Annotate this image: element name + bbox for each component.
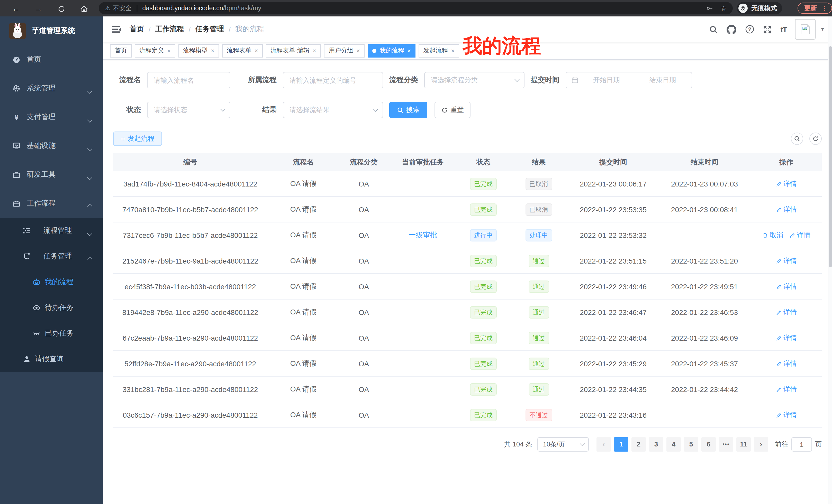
scrollbar-thumb[interactable] — [829, 46, 832, 267]
tab-process-form[interactable]: 流程表单× — [222, 44, 263, 57]
page-button-3[interactable]: 3 — [649, 437, 663, 452]
address-bar[interactable]: ⚠ 不安全 dashboard.yudao.iocoder.cn /bpm/ta… — [99, 2, 733, 15]
pagination: 共 104 条 10条/页 ‹ 1 2 3 4 5 6 ••• 11 › — [113, 437, 822, 452]
close-icon[interactable]: × — [407, 48, 411, 54]
refresh-table-button[interactable] — [809, 133, 822, 145]
breadcrumb-task-management[interactable]: 任务管理 — [196, 25, 224, 34]
next-page-button[interactable]: › — [754, 437, 768, 452]
tab-process-form-edit[interactable]: 流程表单-编辑× — [266, 44, 321, 57]
app-logo-image — [9, 23, 26, 39]
fullscreen-icon[interactable] — [763, 25, 772, 34]
breadcrumb-workflow[interactable]: 工作流程 — [155, 25, 184, 34]
chevron-down-icon — [88, 144, 93, 148]
result-badge: 通过 — [528, 357, 549, 370]
search-button[interactable]: 搜索 — [389, 102, 427, 118]
page-button-2[interactable]: 2 — [631, 437, 646, 452]
detail-link[interactable]: 详情 — [776, 359, 797, 368]
browser-menu-dots-icon[interactable]: ⋮ — [821, 5, 827, 12]
app-logo-row[interactable]: 芋道管理系统 — [0, 17, 103, 45]
result-select[interactable]: 请选择流结果 — [283, 102, 383, 118]
reset-button[interactable]: 重置 — [435, 102, 470, 118]
sidebar-item-dev-tools[interactable]: 研发工具 — [0, 160, 103, 189]
cancel-link[interactable]: 取消 — [762, 230, 783, 240]
status-select[interactable]: 请选择状态 — [147, 102, 230, 118]
tab-user-group[interactable]: 用户分组× — [324, 44, 365, 57]
avatar[interactable] — [795, 19, 815, 39]
tab-process-model[interactable]: 流程模型× — [178, 44, 219, 57]
sidebar-item-infrastructure[interactable]: 基础设施 — [0, 132, 103, 160]
sidebar-item-todo-tasks[interactable]: 待办任务 — [0, 295, 103, 320]
detail-link[interactable]: 详情 — [776, 282, 797, 291]
close-icon[interactable]: × — [313, 48, 316, 54]
detail-link[interactable]: 详情 — [776, 410, 797, 419]
close-icon[interactable]: × — [451, 48, 454, 54]
end-date-placeholder[interactable]: 结束日期 — [639, 76, 686, 85]
header-search-icon[interactable] — [709, 25, 718, 34]
page-button-6[interactable]: 6 — [701, 437, 716, 452]
password-key-icon[interactable] — [706, 5, 713, 12]
cell-id: 3ad174fb-7b9d-11ec-8404-acde48001122 — [113, 179, 267, 188]
avatar-caret-icon[interactable]: ▼ — [820, 27, 825, 32]
detail-link[interactable]: 详情 — [776, 179, 797, 188]
font-size-icon[interactable]: tT — [781, 25, 787, 34]
sidebar-item-home[interactable]: 首页 — [0, 45, 103, 74]
sidebar-item-workflow[interactable]: 工作流程 — [0, 189, 103, 218]
browser-reload-icon[interactable] — [54, 4, 68, 12]
detail-link[interactable]: 详情 — [776, 307, 797, 317]
robot-face-icon — [32, 278, 41, 286]
sidebar-item-process-management[interactable]: 流程管理 — [0, 218, 103, 244]
github-icon[interactable] — [727, 24, 736, 34]
close-icon[interactable]: × — [255, 48, 258, 54]
detail-link[interactable]: 详情 — [776, 205, 797, 214]
detail-link[interactable]: 详情 — [776, 256, 797, 265]
page-button-4[interactable]: 4 — [667, 437, 681, 452]
tab-start-process[interactable]: 发起流程× — [419, 44, 459, 57]
tab-my-process[interactable]: 我的流程× — [368, 44, 415, 57]
detail-link[interactable]: 详情 — [776, 333, 797, 342]
more-pages-button[interactable]: ••• — [719, 437, 733, 452]
sidebar-item-system[interactable]: 系统管理 — [0, 74, 103, 103]
sidebar-item-leave-query[interactable]: 请假查询 — [0, 346, 103, 372]
page-button-1[interactable]: 1 — [614, 437, 628, 452]
browser-update-button[interactable]: 更新 ⋮ — [798, 3, 832, 14]
chevron-down-icon — [88, 86, 93, 91]
result-badge: 通过 — [528, 306, 549, 318]
close-icon[interactable]: × — [167, 48, 171, 54]
tabs-bar: 首页 流程定义× 流程模型× 流程表单× 流程表单-编辑× 用户分组× 我的流程… — [103, 42, 832, 60]
current-task-link[interactable]: 一级审批 — [409, 230, 437, 239]
page-button-5[interactable]: 5 — [684, 437, 698, 452]
sidebar-item-payment[interactable]: ¥ 支付管理 — [0, 103, 103, 132]
category-select[interactable]: 请选择流程分类 — [424, 72, 524, 88]
date-range-picker[interactable]: 开始日期 - 结束日期 — [566, 72, 692, 88]
page-scrollbar[interactable] — [828, 17, 832, 504]
page-size-select[interactable]: 10条/页 — [537, 437, 589, 452]
sidebar-item-task-management[interactable]: 任务管理 — [0, 244, 103, 269]
result-badge: 已取消 — [525, 177, 552, 190]
detail-link[interactable]: 详情 — [776, 385, 797, 394]
tab-process-definition[interactable]: 流程定义× — [135, 44, 175, 57]
toggle-search-button[interactable] — [791, 133, 803, 145]
sidebar-item-my-process[interactable]: 我的流程 — [0, 269, 103, 295]
security-label[interactable]: 不安全 — [113, 4, 132, 12]
browser-home-icon[interactable] — [77, 4, 90, 12]
process-definition-input[interactable] — [283, 72, 383, 88]
browser-back-icon[interactable]: ← — [9, 4, 23, 12]
tab-home[interactable]: 首页 — [110, 44, 132, 57]
detail-link[interactable]: 详情 — [789, 230, 810, 240]
start-date-placeholder[interactable]: 开始日期 — [582, 76, 630, 85]
browser-forward-icon[interactable]: → — [32, 4, 45, 12]
result-badge: 已取消 — [525, 203, 552, 216]
page-button-11[interactable]: 11 — [736, 437, 751, 452]
hamburger-icon[interactable] — [111, 24, 121, 34]
create-process-button[interactable]: + 发起流程 — [113, 132, 162, 146]
prev-page-button[interactable]: ‹ — [597, 437, 611, 452]
help-icon[interactable]: ? — [745, 25, 754, 34]
process-name-input[interactable] — [147, 72, 230, 88]
close-icon[interactable]: × — [356, 48, 360, 54]
close-icon[interactable]: × — [211, 48, 214, 54]
sidebar-item-done-tasks[interactable]: 已办任务 — [0, 320, 103, 346]
goto-page-input[interactable] — [791, 437, 812, 452]
update-label: 更新 — [804, 4, 817, 12]
breadcrumb-home[interactable]: 首页 — [130, 25, 144, 34]
bookmark-star-icon[interactable]: ☆ — [721, 4, 727, 12]
